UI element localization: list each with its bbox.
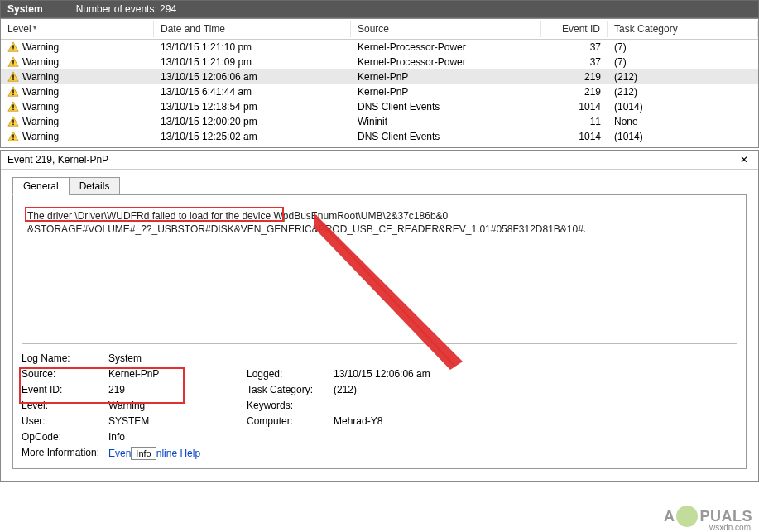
tooltip-info: Info [131, 447, 156, 460]
table-row[interactable]: Warning13/10/15 1:21:10 pmKernel-Process… [1, 40, 758, 55]
detail-tabs: General Details [12, 177, 758, 195]
warning-icon [7, 131, 19, 142]
prop-computer: Computer: Mehrad-Y8 [247, 415, 495, 427]
annotation-arrow-icon [314, 213, 463, 370]
row-date: 13/10/15 12:25:02 am [154, 131, 351, 142]
svg-rect-4 [12, 74, 13, 78]
event-grid: Level ▾ Date and Time Source Event ID Ta… [0, 18, 759, 148]
watermark-text-a: A [664, 508, 675, 525]
label-moreinfo: More Information: [22, 447, 108, 460]
svg-rect-12 [12, 134, 13, 137]
tab-details[interactable]: Details [69, 177, 121, 195]
row-task: (7) [608, 56, 758, 68]
table-row[interactable]: Warning13/10/15 12:25:02 amDNS Client Ev… [1, 129, 758, 144]
svg-rect-9 [12, 109, 13, 110]
label-level: Level: [22, 400, 108, 411]
prop-level: Level: Warning [22, 400, 228, 411]
event-grid-scroll[interactable]: Level ▾ Date and Time Source Event ID Ta… [1, 19, 758, 147]
row-task: (212) [608, 86, 758, 98]
table-row[interactable]: Warning13/10/15 12:00:20 pmWininit11None [1, 114, 758, 129]
row-task: (7) [608, 41, 758, 53]
row-level: Warning [22, 71, 59, 83]
col-header-level-text: Level [7, 23, 31, 35]
table-row[interactable]: Warning13/10/15 12:06:06 amKernel-PnP219… [1, 69, 758, 84]
event-count-label: Number of events: 294 [76, 3, 176, 15]
row-level: Warning [22, 41, 59, 53]
prop-eventid: Event ID: 219 [22, 384, 228, 395]
event-properties: Log Name: System Source: Kernel-PnP Even… [22, 352, 737, 460]
row-level: Warning [22, 131, 59, 142]
svg-rect-8 [12, 104, 13, 108]
row-task: (212) [608, 71, 758, 83]
row-date: 13/10/15 12:00:20 pm [154, 116, 351, 127]
row-source: Wininit [351, 116, 541, 127]
prop-source: Source: Kernel-PnP [22, 368, 228, 380]
sort-indicator-icon: ▾ [33, 24, 36, 31]
svg-rect-7 [12, 94, 13, 95]
log-header: System Number of events: 294 [0, 0, 759, 18]
col-header-eventid[interactable]: Event ID [541, 21, 608, 37]
svg-marker-14 [314, 213, 463, 370]
value-user: SYSTEM [108, 415, 149, 427]
value-eventid: 219 [108, 384, 125, 395]
svg-rect-2 [12, 60, 13, 63]
label-source: Source: [22, 368, 108, 380]
svg-rect-0 [12, 45, 13, 48]
table-row[interactable]: Warning13/10/15 12:18:54 pmDNS Client Ev… [1, 99, 758, 114]
row-date: 13/10/15 12:06:06 am [154, 71, 351, 83]
online-help-link[interactable]: Even [108, 448, 131, 459]
row-source: DNS Client Events [351, 131, 541, 142]
row-task: (1014) [608, 101, 758, 113]
table-row[interactable]: Warning13/10/15 1:21:09 pmKernel-Process… [1, 55, 758, 69]
row-eventid: 11 [541, 116, 608, 127]
detail-title-text: Event 219, Kernel-PnP [7, 154, 108, 165]
svg-rect-1 [12, 50, 13, 50]
col-header-date[interactable]: Date and Time [154, 21, 351, 37]
row-eventid: 219 [541, 71, 608, 83]
row-eventid: 37 [541, 56, 608, 68]
props-left-column: Log Name: System Source: Kernel-PnP Even… [22, 352, 228, 460]
row-task: None [608, 116, 758, 127]
grid-header-row: Level ▾ Date and Time Source Event ID Ta… [1, 19, 758, 40]
link-part-a: Even [108, 448, 131, 459]
row-level: Warning [22, 86, 59, 98]
value-opcode: Info [108, 431, 125, 443]
row-date: 13/10/15 6:41:44 am [154, 86, 351, 98]
detail-titlebar: Event 219, Kernel-PnP ✕ [1, 151, 758, 170]
value-logname: System [108, 352, 142, 364]
value-logged: 13/10/15 12:06:06 am [334, 368, 430, 380]
warning-icon [7, 116, 19, 127]
value-source: Kernel-PnP [108, 368, 159, 380]
tab-panel-general: The driver \Driver\WUDFRd failed to load… [12, 194, 747, 469]
props-right-column: . Logged: 13/10/15 12:06:06 am Task Cate… [247, 352, 495, 460]
row-eventid: 1014 [541, 101, 608, 113]
label-user: User: [22, 415, 108, 427]
online-help-link-cont[interactable]: nline Help [156, 448, 200, 459]
row-source: Kernel-PnP [351, 86, 541, 98]
row-date: 13/10/15 1:21:10 pm [154, 41, 351, 53]
prop-logged: Logged: 13/10/15 12:06:06 am [247, 368, 495, 380]
event-description: The driver \Driver\WUDFRd failed to load… [22, 204, 737, 344]
row-level: Warning [22, 116, 59, 127]
source-credit: wsxdn.com [709, 523, 751, 532]
row-source: DNS Client Events [351, 101, 541, 113]
col-header-source[interactable]: Source [351, 21, 541, 37]
warning-icon [7, 101, 19, 113]
tab-general[interactable]: General [12, 177, 70, 195]
col-header-level[interactable]: Level ▾ [1, 21, 154, 37]
row-eventid: 1014 [541, 131, 608, 142]
warning-icon [7, 41, 19, 53]
row-level: Warning [22, 56, 59, 68]
table-row[interactable]: Warning13/10/15 6:41:44 amKernel-PnP219(… [1, 84, 758, 99]
prop-logname: Log Name: System [22, 352, 228, 364]
col-header-task[interactable]: Task Category [608, 21, 758, 37]
label-computer: Computer: [247, 415, 334, 427]
svg-rect-3 [12, 65, 13, 65]
label-keywords: Keywords: [247, 400, 334, 411]
value-computer: Mehrad-Y8 [334, 415, 382, 427]
desc-line1-rest: WpdBusEnumRoot\UMB\2&37c186b&0 [273, 210, 448, 222]
warning-icon [7, 86, 19, 98]
label-eventid: Event ID: [22, 384, 108, 395]
row-date: 13/10/15 12:18:54 pm [154, 101, 351, 113]
close-icon[interactable]: ✕ [737, 154, 752, 165]
